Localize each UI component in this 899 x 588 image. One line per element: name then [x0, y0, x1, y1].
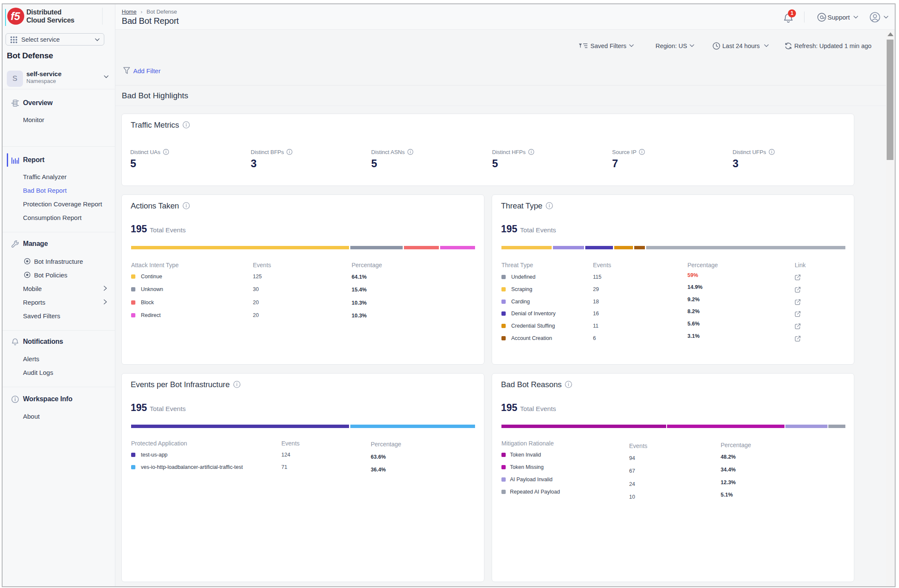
svg-text:f5: f5	[11, 10, 20, 22]
